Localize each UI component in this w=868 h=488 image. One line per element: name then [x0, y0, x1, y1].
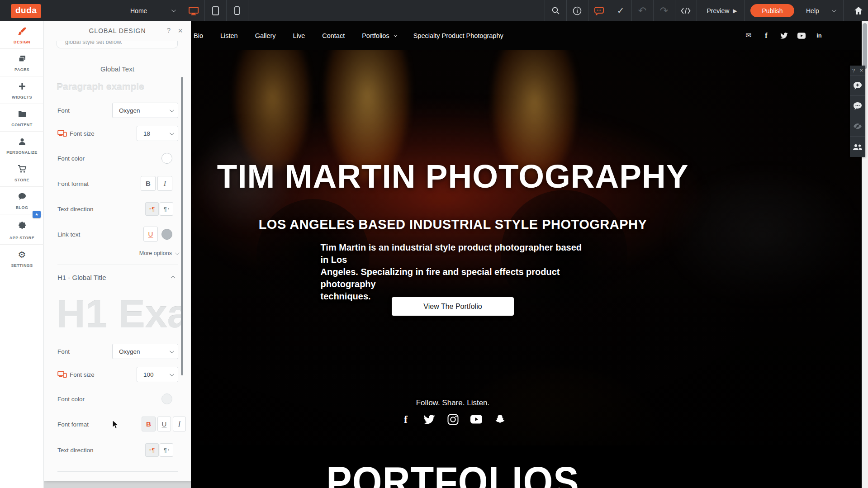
comments-button[interactable]: [588, 0, 610, 21]
hide-comments-button[interactable]: [850, 116, 865, 137]
bold-icon: B: [146, 420, 151, 428]
more-options-button[interactable]: More options: [139, 250, 178, 256]
font-size-select[interactable]: 18: [137, 126, 178, 141]
dashboard-home-button[interactable]: [849, 0, 868, 21]
sidebar-item-store[interactable]: STORE: [0, 159, 44, 187]
h1-bold-button[interactable]: B: [142, 417, 156, 431]
link-underline-button[interactable]: U: [143, 227, 158, 242]
sidebar-item-pages[interactable]: PAGES: [0, 49, 44, 76]
separator: [248, 0, 248, 21]
search-button[interactable]: [545, 0, 566, 21]
instagram-link[interactable]: [447, 413, 459, 425]
nav-item-live[interactable]: Live: [293, 32, 305, 39]
italic-button[interactable]: I: [157, 176, 172, 191]
mobile-view-button[interactable]: [226, 0, 248, 21]
twitter-link[interactable]: [780, 32, 788, 40]
snapchat-link[interactable]: [494, 413, 506, 425]
linkedin-icon: in: [816, 32, 822, 39]
h1-font-select[interactable]: Oxygen: [112, 344, 178, 359]
desktop-view-button[interactable]: [183, 0, 204, 21]
sidebar-item-label: SETTINGS: [0, 263, 44, 268]
bold-button[interactable]: B: [141, 176, 156, 191]
chevron-down-icon: [170, 372, 174, 376]
preview-scrollbar-thumb[interactable]: [863, 23, 867, 69]
panel-header: GLOBAL DESIGN ? ×: [44, 21, 191, 41]
toolbar-help-button[interactable]: ?: [852, 68, 855, 73]
toolbar-close-button[interactable]: ×: [859, 67, 863, 74]
duda-logo[interactable]: duda: [11, 4, 41, 18]
h1-italic-button[interactable]: I: [173, 417, 186, 431]
preview-label: Preview: [707, 7, 729, 14]
comments-list-button[interactable]: [850, 96, 865, 116]
youtube-link[interactable]: [470, 413, 482, 425]
help-dropdown[interactable]: Help: [806, 0, 842, 21]
nav-item-portfolios[interactable]: Portfolios: [362, 32, 396, 39]
h1-preview: H1 Exa: [57, 291, 183, 337]
dev-mode-button[interactable]: [675, 0, 697, 21]
sidebar-item-widgets[interactable]: WIDGETS: [0, 76, 44, 104]
h1-font-row: Font Oxygen: [57, 344, 178, 359]
twitter-icon: [423, 415, 435, 424]
ltr-direction-button[interactable]: ‣ ¶: [145, 202, 159, 216]
linkedin-link[interactable]: in: [815, 32, 823, 40]
info-button[interactable]: [566, 0, 588, 21]
youtube-link[interactable]: [797, 32, 806, 40]
sidebar-item-content[interactable]: CONTENT: [0, 104, 44, 132]
sidebar-item-label: CONTENT: [0, 123, 44, 127]
tablet-icon: [212, 6, 219, 15]
sidebar-item-app-store[interactable]: APP STORE ★: [0, 214, 44, 245]
nav-item-specialty[interactable]: Specialty Product Photography: [413, 32, 503, 39]
approve-button[interactable]: ✓: [610, 0, 631, 21]
nav-item-gallery[interactable]: Gallery: [255, 32, 276, 39]
chevron-down-icon: [832, 8, 836, 12]
h1-font-value: Oxygen: [119, 348, 140, 355]
panel-help-button[interactable]: ?: [167, 26, 171, 34]
font-size-row: Font size 18: [57, 126, 178, 141]
view-portfolio-button[interactable]: View The Portfolio: [392, 297, 514, 316]
h1-underline-button[interactable]: U: [157, 417, 171, 431]
panel-scrollbar[interactable]: [181, 77, 183, 375]
undo-button[interactable]: ↶: [631, 0, 653, 21]
chevron-down-icon: [171, 8, 176, 12]
panel-close-button[interactable]: ×: [178, 26, 183, 36]
font-color-swatch[interactable]: [161, 153, 172, 164]
h1-rtl-direction-button[interactable]: ¶ ‣: [160, 443, 173, 457]
sidebar-item-label: PERSONALIZE: [0, 150, 44, 155]
facebook-link[interactable]: f: [762, 32, 770, 40]
redo-button[interactable]: ↷: [653, 0, 675, 21]
h1-ltr-direction-button[interactable]: ‣ ¶: [145, 443, 159, 457]
font-select[interactable]: Oxygen: [112, 103, 178, 118]
twitter-icon: [780, 33, 788, 39]
sidebar-item-design[interactable]: DESIGN: [0, 21, 44, 49]
tablet-view-button[interactable]: [204, 0, 226, 21]
sidebar-item-settings[interactable]: ⚙ SETTINGS: [0, 245, 44, 272]
help-label: Help: [806, 7, 819, 14]
page-selector-dropdown[interactable]: Home: [130, 0, 180, 21]
cart-icon: [0, 164, 44, 174]
add-comment-button[interactable]: [850, 76, 865, 96]
h1-font-color-swatch[interactable]: [161, 393, 172, 404]
redo-icon: ↷: [660, 5, 668, 17]
nav-item-contact[interactable]: Contact: [322, 32, 345, 39]
collaborators-button[interactable]: [850, 137, 865, 157]
top-toolbar: duda Home: [0, 0, 868, 21]
font-color-label: Font color: [57, 155, 85, 162]
preview-button[interactable]: Preview ▶: [702, 0, 742, 21]
code-icon: [681, 7, 691, 14]
nav-item-bio[interactable]: Bio: [194, 32, 203, 39]
twitter-link[interactable]: [423, 413, 435, 425]
sidebar-item-personalize[interactable]: PERSONALIZE: [0, 132, 44, 159]
hero-description-line: Angeles. Specializing in fire and specia…: [321, 266, 585, 290]
rtl-direction-button[interactable]: ¶ ‣: [160, 202, 173, 216]
h1-font-size-select[interactable]: 100: [137, 367, 178, 382]
font-format-row: Font format B I: [57, 176, 178, 191]
publish-button[interactable]: Publish: [750, 4, 794, 17]
h1-font-color-row: Font color: [57, 391, 178, 407]
link-color-swatch[interactable]: [161, 229, 172, 240]
email-link[interactable]: ✉: [745, 32, 753, 40]
h1-section-header[interactable]: H1 - Global Title: [57, 274, 178, 282]
facebook-link[interactable]: f: [400, 413, 412, 425]
sidebar-item-blog[interactable]: BLOG: [0, 187, 44, 214]
youtube-icon: [470, 415, 482, 424]
nav-item-listen[interactable]: Listen: [220, 32, 238, 39]
